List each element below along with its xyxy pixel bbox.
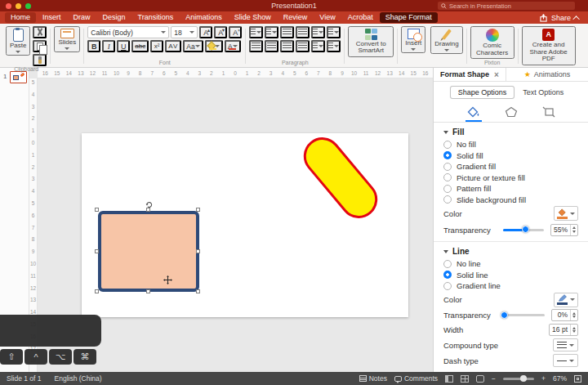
fill-option-picture-texture-fill[interactable]: Picture or texture fill [434,172,588,184]
bullets-button[interactable] [249,26,263,38]
increase-font-size-button[interactable]: A▲ [199,26,212,38]
new-slide-button[interactable]: Slides [54,26,80,52]
align-right-button[interactable] [280,40,294,52]
normal-view-button[interactable] [445,375,453,383]
line-section-header[interactable]: Line [434,242,588,258]
font-color-button[interactable]: A [225,40,241,52]
tab-view[interactable]: View [314,12,341,23]
slide-sorter-view-button[interactable] [461,375,469,383]
text-direction-button[interactable] [327,26,341,38]
step-down-icon[interactable] [572,231,576,233]
tab-insert[interactable]: Insert [37,12,67,23]
fit-slide-button[interactable] [574,375,581,383]
align-center-button[interactable] [265,40,278,52]
tab-review[interactable]: Review [278,12,314,23]
resize-handle-sw[interactable] [95,289,99,293]
resize-handle-w[interactable] [95,249,99,253]
tab-animations[interactable]: Animations [180,12,228,23]
tab-acrobat[interactable]: Acrobat [342,12,379,23]
font-size-select[interactable]: 18 [171,26,198,38]
resize-handle-s[interactable] [146,289,150,293]
tab-draw[interactable]: Draw [68,12,96,23]
language-indicator[interactable]: English (China) [55,374,102,383]
highlight-color-button[interactable] [205,40,223,52]
fill-transparency-stepper[interactable]: 55% [550,224,578,236]
fill-option-slide-background-fill[interactable]: Slide background fill [434,195,588,206]
line-transparency-stepper[interactable]: 0% [551,309,578,321]
fill-transparency-slider[interactable] [503,229,544,231]
collapse-ribbon-icon[interactable] [572,16,579,22]
step-up-icon[interactable] [572,327,576,329]
increase-indent-button[interactable] [296,26,310,38]
create-adobe-pdf-button[interactable]: A Create and Share Adobe PDF [522,26,576,65]
clear-formatting-button[interactable]: A× [229,26,242,38]
zoom-percentage[interactable]: 67% [553,374,567,383]
step-down-icon[interactable] [572,330,576,333]
comic-characters-button[interactable]: Comic Characters [470,26,514,59]
search-input[interactable] [449,2,572,10]
align-text-button[interactable] [327,40,341,52]
slideshow-view-button[interactable] [476,375,484,383]
align-left-button[interactable] [249,40,263,52]
dash-type-dropdown[interactable] [553,354,578,367]
underline-button[interactable]: U [117,40,130,52]
compound-type-dropdown[interactable] [553,338,578,351]
zoom-slider-thumb[interactable] [520,375,527,382]
strikethrough-button[interactable]: abc [131,40,149,52]
font-family-select[interactable]: Calibri (Body) [87,26,169,38]
tab-home[interactable]: Home [5,12,36,23]
notes-toggle[interactable]: Notes [359,374,387,383]
effects-tab[interactable] [503,105,519,122]
decrease-indent-button[interactable] [280,26,294,38]
slider-thumb[interactable] [501,311,508,319]
tab-transitions[interactable]: Transitions [132,12,180,23]
paste-button[interactable]: Paste [6,26,30,56]
tab-shape-format[interactable]: Shape Format [380,12,438,23]
zoom-slider[interactable] [503,378,534,380]
zoom-in-button[interactable]: + [541,374,546,383]
slider-thumb[interactable] [522,226,529,233]
numbering-button[interactable] [265,26,278,38]
copy-button[interactable] [33,40,47,52]
zoom-out-button[interactable]: − [492,374,496,383]
share-button[interactable]: Share [551,14,571,22]
size-properties-tab[interactable] [541,105,557,122]
step-down-icon[interactable] [572,316,576,318]
convert-to-smartart-button[interactable]: Convert to SmartArt [348,26,394,57]
tab-slide-show[interactable]: Slide Show [229,12,277,23]
italic-button[interactable]: I [102,40,115,52]
line-spacing-button[interactable] [311,26,325,38]
step-up-icon[interactable] [572,312,576,315]
fill-option-pattern-fill[interactable]: Pattern fill [434,183,588,195]
fill-option-no-fill[interactable]: No fill [434,139,588,150]
drawing-button[interactable]: Drawing [430,26,462,54]
fill-color-button[interactable] [554,206,578,221]
fill-option-gradient-fill[interactable]: Gradient fill [434,161,588,172]
change-case-button[interactable]: Aa [183,40,203,52]
line-option-gradient-line[interactable]: Gradient line [434,280,588,292]
text-options-tab[interactable]: Text Options [514,86,572,99]
fill-option-solid-fill[interactable]: Solid fill [434,150,588,162]
shape-options-tab[interactable]: Shape Options [450,86,515,99]
format-shape-pane-tab[interactable]: Format Shape × [434,68,506,81]
fill-line-tab[interactable] [466,105,482,122]
tab-design[interactable]: Design [97,12,131,23]
decrease-font-size-button[interactable]: A▼ [214,26,227,38]
line-width-stepper[interactable]: 16 pt [549,324,578,336]
line-option-solid-line[interactable]: Solid line [434,270,588,281]
insert-shapes-button[interactable]: Insert [401,26,425,53]
bold-button[interactable]: B [87,40,100,52]
search-box[interactable] [438,2,575,10]
resize-handle-nw[interactable] [95,208,99,212]
line-option-no-line[interactable]: No line [434,258,588,270]
step-up-icon[interactable] [572,226,576,229]
character-spacing-button[interactable]: AV [165,40,181,52]
justify-button[interactable] [296,40,310,52]
format-painter-button[interactable] [33,54,47,66]
comments-toggle[interactable]: Comments [394,374,438,383]
rounded-rectangle-shape[interactable] [98,211,199,292]
cut-button[interactable] [33,26,47,38]
resize-handle-ne[interactable] [196,208,200,212]
resize-handle-se[interactable] [196,289,200,293]
rotate-handle-icon[interactable] [145,198,154,207]
